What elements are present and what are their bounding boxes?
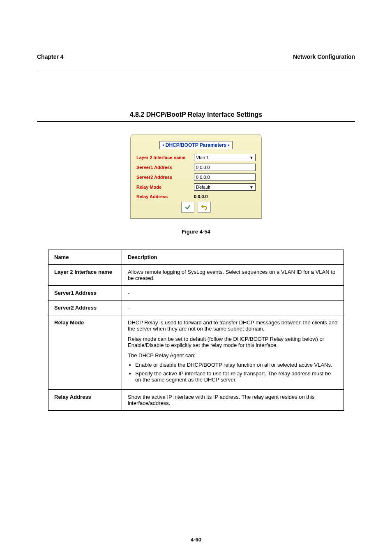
row-name: Relay Address bbox=[48, 390, 122, 411]
relay-mode-desc-p2: Relay mode can be set to default (follow… bbox=[128, 336, 338, 348]
relay-mode-desc-p3: The DHCP Relay Agent can: bbox=[128, 352, 338, 358]
table-row: Relay Mode DHCP Relay is used to forward… bbox=[48, 315, 344, 390]
row-name: Layer 2 Interface name bbox=[48, 265, 122, 286]
server2-address-value: 0.0.0.0 bbox=[196, 175, 210, 180]
chapter-number: Chapter 4 bbox=[37, 53, 64, 60]
section-rule bbox=[37, 121, 355, 122]
relay-address-value: 0.0.0.0 bbox=[194, 194, 208, 199]
table-row: Layer 2 Interface name Allows remote log… bbox=[48, 265, 344, 286]
apply-button[interactable] bbox=[181, 202, 194, 213]
server1-address-value: 0.0.0.0 bbox=[196, 165, 210, 170]
table-row: Server2 Address - bbox=[48, 301, 344, 315]
relay-mode-bullet-1: Enable or disable the DHCP/BOOTP relay f… bbox=[135, 362, 338, 368]
page-number: 4-60 bbox=[0, 536, 392, 543]
dhcp-bootp-parameters-panel: • DHCP/BOOTP Parameters • Layer 2 Interf… bbox=[130, 134, 262, 219]
chevron-down-icon: ▼ bbox=[249, 185, 254, 190]
row-desc: - bbox=[122, 301, 344, 315]
relay-mode-value: Default bbox=[196, 185, 210, 190]
chevron-down-icon: ▼ bbox=[249, 155, 254, 160]
relay-mode-label: Relay Mode bbox=[136, 185, 194, 190]
panel-title-text: • DHCP/BOOTP Parameters • bbox=[159, 141, 233, 149]
table-row: Server1 Address - bbox=[48, 286, 344, 301]
server2-address-label: Server2 Address bbox=[136, 175, 194, 180]
row-name: Relay Mode bbox=[48, 315, 122, 390]
reset-button[interactable] bbox=[198, 202, 211, 213]
layer2-interface-select[interactable]: Vlan 1 ▼ bbox=[194, 154, 256, 161]
relay-mode-bullet-2: Specify the active IP interface to use f… bbox=[135, 370, 338, 383]
server1-address-label: Server1 Address bbox=[136, 165, 194, 170]
table-row: Relay Address Show the active IP interfa… bbox=[48, 390, 344, 411]
header-rule bbox=[37, 71, 355, 71]
server2-address-input[interactable]: 0.0.0.0 bbox=[194, 173, 256, 181]
relay-address-label: Relay Address bbox=[136, 194, 194, 199]
undo-icon bbox=[201, 204, 208, 210]
layer2-interface-label: Layer 2 Interface name bbox=[136, 155, 194, 160]
parameters-description-table: Name Description Layer 2 Interface name … bbox=[48, 250, 344, 411]
row-desc: - bbox=[122, 286, 344, 301]
row-desc: DHCP Relay is used to forward and to tra… bbox=[122, 315, 344, 390]
row-name: Server2 Address bbox=[48, 301, 122, 315]
check-icon bbox=[184, 204, 191, 210]
table-head-description: Description bbox=[122, 250, 344, 265]
layer2-interface-value: Vlan 1 bbox=[196, 155, 209, 160]
panel-title: • DHCP/BOOTP Parameters • bbox=[136, 142, 256, 148]
relay-mode-desc-p1: DHCP Relay is used to forward and to tra… bbox=[128, 319, 338, 332]
row-desc: Show the active IP interface with its IP… bbox=[122, 390, 344, 411]
section-heading: 4.8.2 DHCP/BootP Relay Interface Setting… bbox=[37, 111, 355, 118]
chapter-title: Network Configuration bbox=[293, 53, 355, 60]
relay-mode-select[interactable]: Default ▼ bbox=[194, 183, 256, 191]
figure-caption: Figure 4-54 bbox=[37, 229, 355, 235]
server1-address-input[interactable]: 0.0.0.0 bbox=[194, 164, 256, 171]
row-name: Server1 Address bbox=[48, 286, 122, 301]
table-head-name: Name bbox=[48, 250, 122, 265]
row-desc: Allows remote logging of SysLog events. … bbox=[122, 265, 344, 286]
